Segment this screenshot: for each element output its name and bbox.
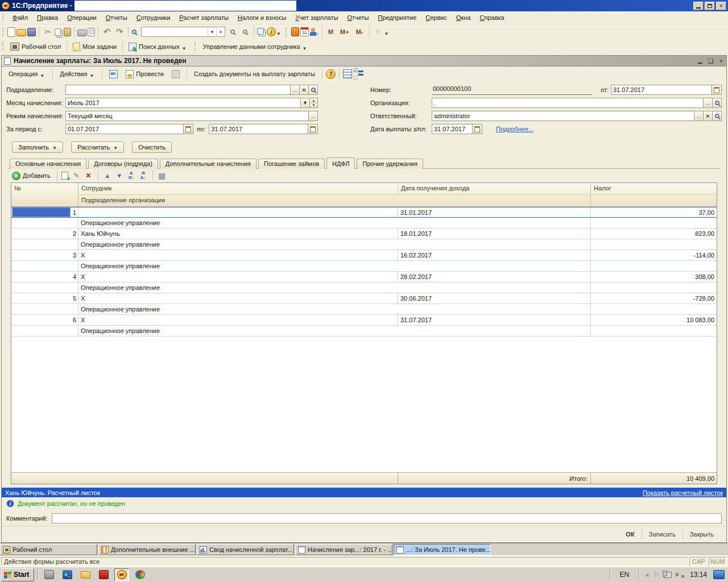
cell-num[interactable]: 5 xyxy=(11,293,78,304)
actions-button[interactable]: Действия▼ xyxy=(56,68,98,80)
details-link[interactable]: Подробнее... xyxy=(496,126,533,132)
tray-chevron-icon[interactable]: « xyxy=(646,571,649,578)
mdi-tab-1[interactable]: Рабочий стол xyxy=(0,544,97,555)
tab-5[interactable]: НДФЛ xyxy=(326,157,355,169)
cell-employee[interactable]: Х xyxy=(78,250,398,260)
show-desktop-icon[interactable] xyxy=(713,570,725,579)
print-preview-icon[interactable] xyxy=(88,28,95,36)
doc-date-field[interactable]: 31.07.2017 xyxy=(611,85,712,95)
period-to-calendar-button[interactable] xyxy=(308,124,318,134)
operation-button[interactable]: Операция▼ xyxy=(5,68,49,80)
paint-icon[interactable] xyxy=(133,568,147,581)
mdi-tab-4[interactable]: Начисления зар...: 2017 г. - ... xyxy=(295,544,392,555)
windows-icon[interactable] xyxy=(257,28,264,35)
restore-button[interactable] xyxy=(705,2,715,10)
desktop-button[interactable]: Рабочий стол xyxy=(7,41,64,52)
cell-department[interactable]: Операционное управление xyxy=(78,326,591,336)
cell-employee[interactable] xyxy=(78,207,398,217)
cell-department[interactable]: Операционное управление xyxy=(78,239,591,250)
cell-tax[interactable]: -728,00 xyxy=(591,293,717,304)
menu-item-5[interactable]: Сотрудники xyxy=(132,13,175,23)
my-tasks-button[interactable]: Мои задачи xyxy=(69,41,120,52)
cell-tax[interactable]: 823,00 xyxy=(591,228,717,239)
calculate-button[interactable]: Рассчитать▼ xyxy=(71,142,124,153)
form-settings-icon[interactable] xyxy=(353,69,363,78)
column-date[interactable]: Дата получения дохода xyxy=(398,183,591,194)
menu-item-12[interactable]: Окна xyxy=(452,13,475,23)
list-view-icon[interactable] xyxy=(343,69,352,78)
organization-open-button[interactable] xyxy=(713,98,722,108)
comment-input[interactable] xyxy=(52,513,722,523)
responsible-field[interactable]: administrator xyxy=(432,111,694,121)
menu-item-10[interactable]: Предприятие xyxy=(373,13,421,23)
organization-select-button[interactable]: ... xyxy=(704,98,713,108)
sort-desc-icon[interactable]: ЯА↓ xyxy=(138,171,148,181)
language-indicator[interactable]: EN xyxy=(617,571,633,579)
cell-employee[interactable]: Х xyxy=(78,293,398,304)
department-open-button[interactable] xyxy=(309,85,318,95)
settings-dropdown-icon[interactable]: ▼ xyxy=(384,31,389,36)
department-clear-button[interactable]: ✕ xyxy=(300,85,309,95)
cell-tax[interactable]: 308,00 xyxy=(591,272,717,282)
column-employee[interactable]: Сотрудник xyxy=(78,183,398,194)
tab-1[interactable]: Основные начисления xyxy=(10,159,86,169)
cell-employee[interactable]: Х xyxy=(78,272,398,282)
tab-3[interactable]: Дополнительные начисления xyxy=(160,159,257,169)
mode-select-button[interactable]: ... xyxy=(309,111,318,121)
close-form-button[interactable]: Закрыть xyxy=(682,529,721,539)
write-button[interactable]: Записать xyxy=(642,529,682,539)
period-to-field[interactable]: 31.07.2017 xyxy=(209,124,308,134)
responsible-clear-button[interactable]: ✕ xyxy=(704,111,713,121)
volume-muted-icon[interactable] xyxy=(676,571,684,578)
search-combobox[interactable]: ▼ ✕ xyxy=(141,27,225,37)
tab-4[interactable]: Погашение займов xyxy=(258,159,325,169)
table-row[interactable]: 3Х16.02.2017-114,00Операционное управлен… xyxy=(11,250,717,272)
mode-field[interactable]: Текущий месяц xyxy=(65,111,309,121)
column-department[interactable]: Подразделение организации xyxy=(78,195,591,206)
paste-icon[interactable] xyxy=(64,28,71,36)
doc-restore-button[interactable]: ❑ xyxy=(707,57,715,65)
cell-tax[interactable]: -114,00 xyxy=(591,250,717,260)
month-dropdown-button[interactable]: ▼ xyxy=(301,98,310,108)
department-select-button[interactable]: ... xyxy=(291,85,300,95)
cell-tax[interactable]: 10 083,00 xyxy=(591,315,717,325)
cell-date[interactable]: 28.02.2017 xyxy=(398,272,591,282)
responsible-select-button[interactable]: ... xyxy=(694,111,704,121)
clear-button[interactable]: Очистить xyxy=(132,142,172,153)
cell-employee[interactable]: Х xyxy=(78,315,398,325)
cell-date[interactable]: 18.01.2017 xyxy=(398,228,591,239)
cell-department[interactable]: Операционное управление xyxy=(78,304,591,314)
find-icon[interactable] xyxy=(132,30,136,34)
table-row[interactable]: 2Хань Юйчунь18.01.2017823,00Операционное… xyxy=(11,228,717,250)
table-row[interactable]: 4Х28.02.2017308,00Операционное управлени… xyxy=(11,272,717,293)
menu-item-8[interactable]: Учет зарплаты xyxy=(291,13,342,23)
minimize-button[interactable] xyxy=(693,2,704,10)
column-tax[interactable]: Налог xyxy=(591,183,717,194)
menu-item-2[interactable]: Правка xyxy=(32,13,63,23)
doc-date-calendar-button[interactable] xyxy=(712,85,722,95)
folder-icon[interactable] xyxy=(78,568,93,581)
copy-row-icon[interactable] xyxy=(61,172,68,180)
memory-button-3[interactable]: М- xyxy=(353,27,366,36)
toolbox-icon[interactable] xyxy=(96,568,111,581)
post-button[interactable]: Провести xyxy=(122,68,167,80)
cell-num[interactable]: 6 xyxy=(11,315,78,325)
column-num[interactable]: № xyxy=(11,183,78,206)
cell-department[interactable]: Операционное управление xyxy=(78,282,591,293)
open-icon[interactable] xyxy=(16,29,26,36)
search-input[interactable] xyxy=(142,28,208,36)
cell-department[interactable]: Операционное управление xyxy=(78,218,591,228)
powershell-icon[interactable]: >_ xyxy=(60,568,75,581)
close-button[interactable]: × xyxy=(716,2,726,10)
cell-department[interactable]: Операционное управление xyxy=(78,261,591,271)
tab-6[interactable]: Прочие удержания xyxy=(357,159,423,169)
post-and-close-button[interactable] xyxy=(106,68,121,80)
number-field[interactable]: 00000000100 xyxy=(432,85,592,95)
table-row[interactable]: 131.01.201737,00Операционное управление xyxy=(11,207,717,228)
menu-item-7[interactable]: Налоги и взносы xyxy=(233,13,291,23)
cell-date[interactable]: 30.06.2017 xyxy=(398,293,591,304)
cell-num[interactable]: 3 xyxy=(11,250,78,260)
redo-icon[interactable]: ↷ xyxy=(114,26,125,38)
menu-item-11[interactable]: Сервис xyxy=(421,13,452,23)
copy-icon[interactable] xyxy=(55,28,61,36)
